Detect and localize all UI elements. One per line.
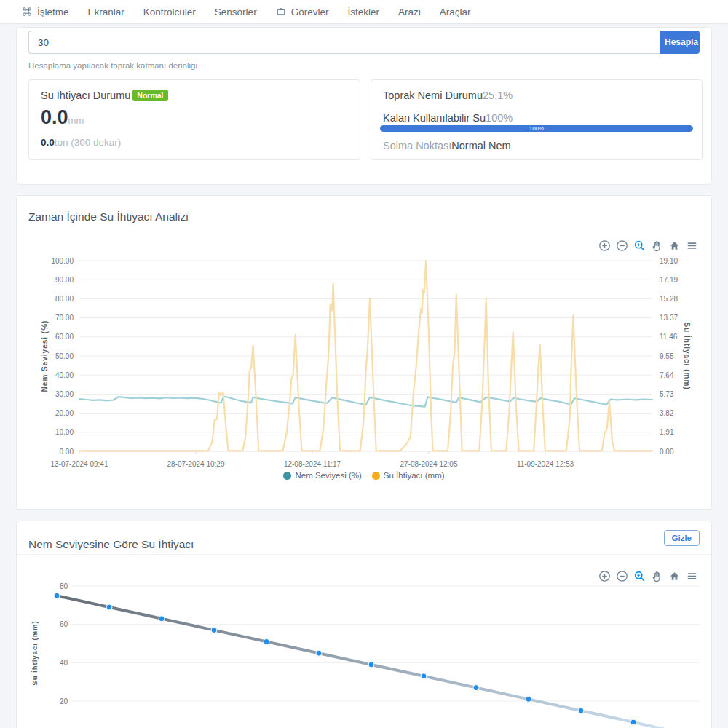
zoom-out-icon[interactable] — [616, 240, 628, 252]
water-need-value: 0.0 — [41, 106, 68, 128]
legend-label-su: Su İhtiyacı (mm) — [384, 471, 445, 480]
top-nav: İşletme Ekranlar Kontrolcüler Sensörler … — [0, 0, 728, 24]
svg-text:3.82: 3.82 — [660, 409, 674, 417]
svg-text:5.73: 5.73 — [660, 390, 674, 398]
legend-dot-nem — [283, 472, 291, 480]
depth-input-group: Hesapla — [28, 31, 700, 54]
svg-text:15.28: 15.28 — [660, 295, 678, 303]
available-water-progressbar: 100% — [380, 125, 693, 132]
svg-text:70.00: 70.00 — [55, 314, 74, 322]
pan-icon[interactable] — [651, 240, 663, 252]
legend-item-su[interactable]: Su İhtiyacı (mm) — [372, 471, 445, 480]
svg-text:60: 60 — [60, 620, 68, 628]
nav-item-isletme[interactable]: İşletme — [22, 7, 69, 17]
command-icon — [22, 7, 32, 17]
svg-text:20.00: 20.00 — [55, 409, 74, 417]
svg-text:11-09-2024 12:53: 11-09-2024 12:53 — [517, 460, 574, 468]
time-analysis-card: Zaman İçinde Su İhtiyacı Analizi 100.001… — [16, 195, 712, 510]
menu-icon[interactable] — [686, 240, 698, 252]
svg-text:19.10: 19.10 — [660, 257, 678, 265]
available-water-value: 100% — [486, 112, 513, 124]
soil-moisture-label: Toprak Nemi Durumu — [383, 90, 483, 101]
soil-moisture-card: Toprak Nemi Durumu25,1% Kalan Kullanılab… — [371, 79, 703, 160]
chart-toolbar — [598, 240, 698, 252]
hide-button[interactable]: Gizle — [664, 530, 700, 546]
soil-moisture-value: 25,1% — [483, 90, 513, 101]
svg-text:80.00: 80.00 — [55, 295, 74, 303]
available-water-label: Kalan Kullanılabilir Su — [383, 112, 486, 124]
zoom-in-icon[interactable] — [598, 240, 611, 252]
wilting-point-label: Solma Noktası — [383, 140, 451, 151]
wilting-point-value: Normal Nem — [451, 140, 510, 151]
water-need-unit: mm — [68, 115, 84, 126]
svg-text:28-07-2024 10:29: 28-07-2024 10:29 — [167, 460, 225, 468]
home-icon[interactable] — [668, 240, 681, 252]
nav-item-label: İşletme — [37, 7, 69, 17]
svg-text:10.00: 10.00 — [55, 428, 74, 436]
svg-text:13.37: 13.37 — [660, 314, 678, 322]
moisture-need-card: Nem Seviyesine Göre Su İhtiyacı Gizle 80… — [16, 521, 712, 728]
progress-label: 100% — [529, 125, 544, 132]
nav-item-label: Arazi — [398, 7, 421, 17]
svg-text:1.91: 1.91 — [660, 428, 674, 436]
time-chart-title: Zaman İçinde Su İhtiyacı Analizi — [28, 210, 189, 223]
svg-text:Nem Seviyesi (%): Nem Seviyesi (%) — [41, 320, 49, 392]
nav-item-arazi[interactable]: Arazi — [398, 7, 421, 17]
svg-text:80: 80 — [60, 582, 68, 590]
page: { "nav": { "items": [ {"label": "İşletme… — [0, 0, 728, 728]
legend-item-nem[interactable]: Nem Seviyesi (%) — [283, 471, 361, 480]
calculation-card: Hesapla Hesaplama yapılacak toprak katma… — [16, 27, 712, 185]
svg-text:Su İhtiyacı (mm): Su İhtiyacı (mm) — [31, 620, 39, 685]
legend-label-nem: Nem Seviyesi (%) — [295, 471, 361, 480]
svg-text:100.00: 100.00 — [51, 257, 74, 265]
status-badge: Normal — [132, 90, 167, 101]
svg-text:Su İhtiyacı (mm): Su İhtiyacı (mm) — [683, 322, 692, 389]
nav-item-label: Sensörler — [215, 7, 257, 17]
svg-text:50.00: 50.00 — [55, 352, 74, 360]
nav-item-label: Kontrolcüler — [143, 7, 196, 17]
water-need-time-chart[interactable]: 100.0019.1090.0017.1980.0015.2870.0013.3… — [28, 252, 701, 485]
svg-text:17.19: 17.19 — [660, 276, 678, 284]
svg-text:9.55: 9.55 — [660, 352, 674, 360]
water-need-status-card: Su İhtiyacı Durumu Normal 0.0mm 0.0ton (… — [28, 79, 360, 160]
svg-text:60.00: 60.00 — [55, 333, 74, 341]
svg-text:30.00: 30.00 — [55, 390, 74, 398]
svg-text:90.00: 90.00 — [55, 276, 74, 284]
legend-dot-su — [372, 472, 380, 480]
svg-text:7.64: 7.64 — [660, 371, 674, 379]
svg-text:0.00: 0.00 — [60, 448, 74, 456]
nav-item-araclar[interactable]: Araçlar — [440, 7, 471, 17]
svg-text:20: 20 — [60, 697, 68, 705]
chart-legend: Nem Seviyesi (%) Su İhtiyacı (mm) — [17, 471, 711, 480]
water-need-secondary-value: 0.0 — [41, 137, 55, 148]
briefcase-icon — [276, 7, 286, 17]
header-divider — [17, 554, 711, 555]
svg-text:40.00: 40.00 — [55, 371, 74, 379]
calculate-button[interactable]: Hesapla — [660, 31, 700, 54]
nav-item-sensorler[interactable]: Sensörler — [215, 7, 257, 17]
nav-item-label: Araçlar — [440, 7, 471, 17]
nav-item-label: İstekler — [347, 7, 379, 17]
moisture-chart-title: Nem Seviyesine Göre Su İhtiyacı — [28, 538, 194, 551]
nav-item-kontrolculer[interactable]: Kontrolcüler — [143, 7, 196, 17]
selection-zoom-icon[interactable] — [633, 240, 646, 252]
svg-text:12-08-2024 11:17: 12-08-2024 11:17 — [284, 460, 341, 468]
nav-item-istekler[interactable]: İstekler — [347, 7, 379, 17]
water-need-secondary-unit: ton (300 dekar) — [55, 137, 122, 148]
moisture-need-chart[interactable]: 80604020Su İhtiyacı (mm) — [28, 576, 701, 728]
nav-item-label: Ekranlar — [88, 7, 124, 17]
svg-text:13-07-2024 09:41: 13-07-2024 09:41 — [51, 460, 108, 468]
svg-text:40: 40 — [60, 659, 68, 667]
progress-fill: 100% — [380, 125, 693, 132]
nav-item-ekranlar[interactable]: Ekranlar — [88, 7, 124, 17]
svg-text:27-08-2024 12:05: 27-08-2024 12:05 — [400, 460, 458, 468]
svg-text:11.46: 11.46 — [660, 333, 678, 341]
svg-text:0.00: 0.00 — [660, 448, 674, 456]
water-need-title: Su İhtiyacı Durumu — [41, 90, 130, 101]
depth-helper-text: Hesaplama yapılacak toprak katmanı derin… — [28, 61, 199, 70]
nav-item-label: Görevler — [291, 7, 329, 17]
nav-item-gorevler[interactable]: Görevler — [276, 7, 329, 17]
depth-input[interactable] — [28, 31, 660, 54]
